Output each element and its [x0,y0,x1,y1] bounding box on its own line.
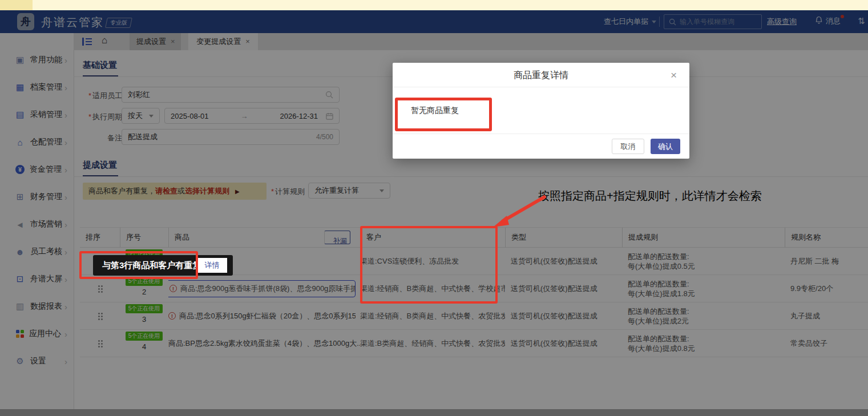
annotation-note: 按照指定商品+指定规则时，此详情才会检索 [538,188,762,204]
cancel-button[interactable]: 取消 [612,139,644,154]
close-icon[interactable]: × [671,63,677,87]
annotation-box-modal [395,98,492,131]
browser-strip-block [0,0,33,10]
annotation-arrow [486,192,550,232]
modal-title: 商品重复详情 [514,70,568,80]
confirm-button[interactable]: 确认 [651,139,680,154]
browser-strip [0,0,868,10]
modal-footer: 取消 确认 [393,134,689,158]
modal-header: 商品重复详情 × [393,63,689,87]
app-root: 舟 舟谱云管家 专业版 查七日内单据 高级查询 消息 ⇅ ▣常用功能› ▦档案管… [0,0,868,416]
detail-button[interactable]: 详情 [197,258,227,273]
annotation-box-customer-column [360,226,498,304]
annotation-box-tooltip [79,251,198,279]
